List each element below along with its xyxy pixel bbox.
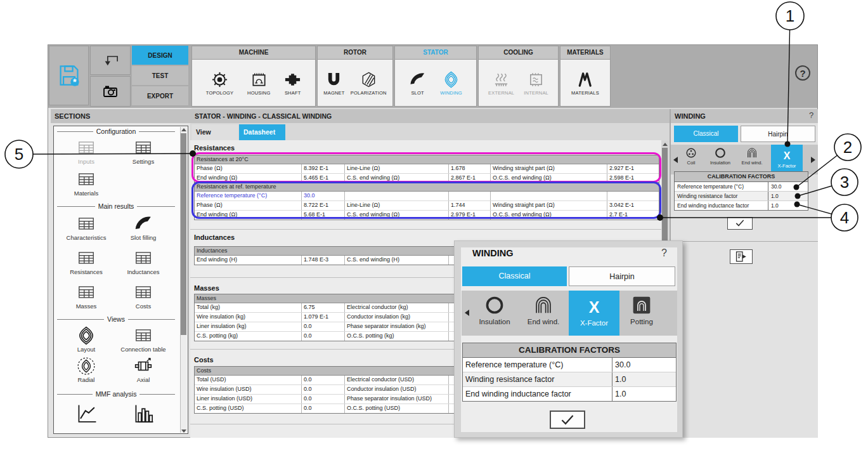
factor-value-field[interactable]: 1.0 bbox=[768, 201, 808, 210]
scroll-down-icon[interactable] bbox=[181, 430, 186, 433]
sidebar-item-radial[interactable]: Radial bbox=[60, 357, 113, 383]
subnav-item-end-wind[interactable]: End wind. bbox=[517, 294, 570, 325]
winding-subnav: InsulationEnd wind.XX-FactorPotting bbox=[462, 291, 677, 336]
cell: C.S. potting (kg) bbox=[195, 332, 302, 341]
insulation-icon bbox=[714, 147, 727, 159]
sidebar-group-views: Views bbox=[57, 315, 175, 324]
internal-icon bbox=[528, 71, 545, 88]
cell: 6.75 bbox=[302, 303, 345, 312]
factor-value-field[interactable]: 1.0 bbox=[612, 372, 676, 386]
export-mode-button[interactable]: EXPORT bbox=[132, 86, 188, 105]
sidebar-item-materials[interactable]: Materials bbox=[60, 170, 113, 197]
screenshot-button[interactable] bbox=[90, 76, 131, 107]
tab-classical[interactable]: Classical bbox=[674, 126, 738, 142]
tab-hairpin[interactable]: Hairpin bbox=[569, 266, 675, 286]
cell: End winding (H) bbox=[195, 256, 302, 265]
toolbar-group-label: COOLING bbox=[479, 46, 558, 60]
toolbar-item-magnet[interactable]: MAGNET bbox=[323, 71, 344, 96]
subnav-item-insulation[interactable]: Insulation bbox=[468, 294, 521, 325]
toolbar-item-topology[interactable]: TOPOLOGY bbox=[206, 71, 234, 96]
sidebar-item-layout[interactable]: Layout bbox=[60, 326, 113, 353]
apply-button[interactable] bbox=[727, 217, 753, 230]
help-icon[interactable]: ? bbox=[809, 110, 813, 120]
tab-datasheet[interactable]: Datasheet bbox=[239, 124, 285, 140]
topology-icon bbox=[211, 71, 228, 88]
sidebar-item-masses[interactable]: Masses bbox=[60, 283, 113, 310]
sidebar-item-inputs[interactable]: Inputs bbox=[60, 138, 113, 165]
factor-value-field[interactable]: 1.0 bbox=[768, 192, 808, 200]
factor-label: Winding resistance factor bbox=[463, 372, 612, 386]
help-icon[interactable]: ? bbox=[661, 247, 667, 259]
endwind-icon bbox=[533, 294, 554, 316]
scroll-up-icon[interactable] bbox=[663, 143, 668, 146]
grid-icon bbox=[134, 326, 153, 343]
factor-value-field[interactable]: 30.0 bbox=[612, 358, 676, 372]
subnav-item-x-factor[interactable]: XX-Factor bbox=[771, 145, 803, 174]
factor-label: End winding inductance factor bbox=[675, 201, 768, 210]
factor-value-field[interactable]: 1.0 bbox=[612, 387, 676, 401]
sidebar-item-characteristics[interactable]: Characteristics bbox=[60, 214, 113, 241]
factor-label: Winding resistance factor bbox=[675, 192, 768, 200]
subnav-item-x-factor[interactable]: XX-Factor bbox=[569, 291, 619, 336]
sections-header: SECTIONS bbox=[51, 109, 190, 123]
sidebar-item-line-chart[interactable] bbox=[60, 402, 113, 424]
toolbar-group-materials: MATERIALSMATERIALS bbox=[560, 46, 611, 107]
sidebar-item-slot-filling[interactable]: Slot filling bbox=[117, 214, 170, 241]
sidebar-scrollbar-thumb[interactable] bbox=[181, 133, 186, 335]
toolbar-item-housing[interactable]: HOUSING bbox=[247, 71, 270, 96]
toolbar-group-label: STATOR bbox=[395, 46, 476, 60]
bar-chart-icon bbox=[132, 402, 155, 424]
sidebar-item-resistances[interactable]: Resistances bbox=[60, 249, 113, 275]
cell: C.S. end winding (H) bbox=[345, 256, 449, 265]
sidebar-item-inductances[interactable]: Inductances bbox=[117, 249, 170, 275]
calibration-row: End winding inductance factor1.0 bbox=[463, 386, 676, 401]
callout-5: 5 bbox=[5, 140, 33, 168]
apply-button[interactable] bbox=[550, 410, 585, 429]
cell: Wire insulation (USD) bbox=[195, 385, 302, 394]
factor-value-field[interactable]: 30.0 bbox=[768, 182, 808, 191]
potting-icon bbox=[631, 294, 652, 316]
toolbar-item-slot[interactable]: SLOT bbox=[409, 71, 426, 96]
cell: O.C.S. potting (kg) bbox=[345, 332, 449, 341]
sidebar-item-costs[interactable]: Costs bbox=[117, 283, 170, 310]
winding-icon bbox=[443, 71, 460, 88]
toolbar-item-internal[interactable]: INTERNAL bbox=[524, 71, 548, 96]
sidebar-item-settings[interactable]: Settings bbox=[117, 138, 170, 165]
scroll-right-icon[interactable] bbox=[811, 157, 815, 163]
toolbar-item-external[interactable]: EXTERNAL bbox=[488, 71, 514, 96]
calibration-row: Winding resistance factor1.0 bbox=[463, 372, 676, 386]
tab-view[interactable]: View bbox=[191, 124, 238, 140]
cell: Wire insulation (kg) bbox=[195, 313, 302, 322]
help-button[interactable]: ? bbox=[795, 65, 810, 81]
sidebar-item-axial[interactable]: Axial bbox=[117, 357, 170, 383]
toolbar-group-rotor: ROTORMAGNETPOLARIZATION bbox=[317, 46, 393, 107]
toolbar-item-winding[interactable]: WINDING bbox=[440, 71, 462, 96]
scroll-up-icon[interactable] bbox=[181, 128, 186, 131]
tab-hairpin[interactable]: Hairpin bbox=[741, 126, 815, 142]
cell: Electrical conductor (kg) bbox=[345, 303, 449, 312]
callout-4: 4 bbox=[831, 204, 858, 231]
calibration-row: End winding inductance factor1.0 bbox=[675, 200, 808, 210]
toolbar-item-materials[interactable]: MATERIALS bbox=[571, 71, 599, 96]
subnav-item-potting[interactable]: Potting bbox=[615, 294, 668, 325]
highlight-magenta-box bbox=[191, 152, 661, 183]
test-mode-button[interactable]: TEST bbox=[132, 66, 188, 85]
panel-divider-line bbox=[671, 241, 818, 242]
toolbar-item-shaft[interactable]: SHAFT bbox=[284, 71, 301, 96]
tab-classical[interactable]: Classical bbox=[462, 266, 567, 286]
export-results-button[interactable] bbox=[730, 249, 753, 264]
cell: 0.0 bbox=[302, 376, 345, 384]
winding-icon bbox=[77, 326, 96, 343]
section-heading-masses: Masses bbox=[194, 284, 219, 292]
cell: Conductor insulation (USD) bbox=[345, 385, 449, 394]
toolbar-item-polarization[interactable]: POLARIZATION bbox=[351, 71, 387, 96]
sidebar-item-connection-table[interactable]: Connection table bbox=[117, 326, 170, 353]
cell: 0.0 bbox=[302, 332, 345, 341]
housing-icon bbox=[250, 71, 268, 88]
sidebar-item-bar-chart[interactable] bbox=[117, 402, 170, 424]
undo-button[interactable] bbox=[90, 46, 131, 75]
save-button[interactable]: * bbox=[49, 46, 89, 105]
design-mode-button[interactable]: DESIGN bbox=[132, 46, 188, 65]
toolbar-group-label: ROTOR bbox=[318, 46, 392, 60]
cell: C.S. potting (USD) bbox=[195, 404, 302, 413]
